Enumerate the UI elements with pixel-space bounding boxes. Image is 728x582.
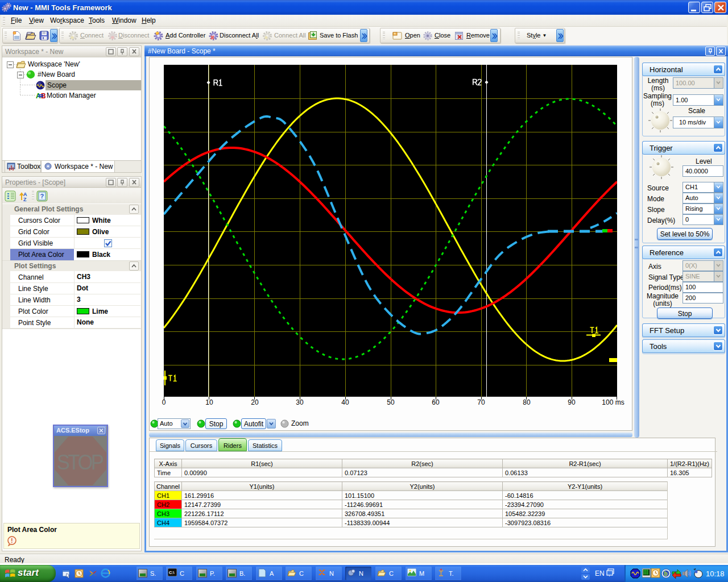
svg-text:STOP: STOP	[57, 451, 104, 474]
svg-text:C:\: C:\	[169, 571, 174, 575]
svg-text:!: !	[11, 537, 13, 544]
svg-text:b: b	[664, 571, 668, 577]
svg-text:?: ?	[40, 193, 44, 199]
svg-text:Z: Z	[23, 197, 27, 202]
